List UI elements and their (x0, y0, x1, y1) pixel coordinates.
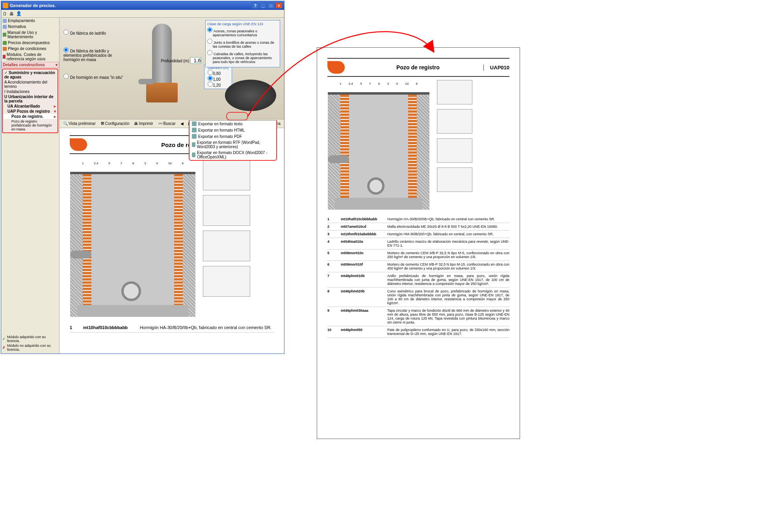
new-icon[interactable]: 🗋 (3, 11, 7, 16)
app-icon (3, 3, 8, 8)
table-row: 10mt46phm050Pate de polipropileno confor… (327, 326, 509, 338)
mini-toolbar: 🗋 🖶 👤 (1, 10, 284, 18)
sidebar-item-modulos[interactable]: Módulos. Costes de referencia según usos (1, 52, 59, 62)
materials-list-app: 1 mt10haf010cbbbbabb Hormigón HA-30/B/20… (70, 323, 274, 333)
diameter-group: Diámetro (m) 0,80 1,00 1,20 (204, 64, 232, 89)
titlebar: Generador de precios. ? _ □ × (1, 1, 284, 10)
nav-prev[interactable]: ◀ (178, 121, 186, 126)
load-class-group: Clase de carga según UNE-EN 124 Aceras, … (205, 20, 280, 67)
tree-ua[interactable]: UA Alcantarillado▸ (4, 104, 57, 109)
table-row: 4mt04lma010aLadrillo cerámico macizo de … (327, 238, 509, 249)
export-docx[interactable]: Exportar en formato DOCX (Word2007 - Off… (190, 150, 276, 160)
detail-4 (203, 266, 250, 297)
user-icon[interactable]: 👤 (16, 11, 22, 16)
sidebar-section-detalles[interactable]: Detalles constructivos ▾ (1, 62, 59, 68)
doc-title-export: Pozo de registro (353, 64, 483, 71)
sidebar: Emplazamiento Normativa Manual de Uso y … (1, 18, 59, 353)
section-drawing-export: 12,457839106 (327, 80, 430, 210)
opt-insitu[interactable]: De hormigón en masa "in situ" (63, 74, 126, 80)
preview-button[interactable]: 🔍 Vista preliminar (61, 121, 98, 126)
doc-header-export: Pozo de registro UAP010 (327, 58, 509, 77)
tree-a[interactable]: A Acondicionamiento del terreno (4, 80, 57, 89)
material-options: De fábrica de ladrillo De fábrica de lad… (63, 30, 126, 91)
close-button[interactable]: × (275, 2, 282, 9)
table-row: 2mt07ame010cdMalla electrosoldada ME 20x… (327, 223, 509, 231)
config-pane: De fábrica de ladrillo De fábrica de lad… (59, 18, 284, 119)
materials-list-export: 1mt10haf010cbbbbabbHormigón HA-30/B/20/I… (327, 216, 509, 338)
sidebar-item-normativa[interactable]: Normativa (1, 24, 59, 30)
export-pdf[interactable]: Exportar en formato PDF (190, 133, 276, 140)
detail-2 (437, 109, 472, 134)
export-menu: Exportar en formato texto Exportar en fo… (189, 120, 277, 161)
maximize-button[interactable]: □ (268, 2, 275, 9)
detail-column (203, 160, 250, 317)
drawing-area: 12,457839106 (70, 160, 274, 317)
cross-icon: ✗ (2, 346, 6, 350)
tree-selected[interactable]: Pozo de registro.▸ (4, 114, 57, 119)
sidebar-item-precios[interactable]: Precios descompuestos (1, 40, 59, 46)
diam-120[interactable]: 1,20 (208, 82, 229, 87)
doc-code: UAP010 (483, 65, 509, 71)
search-button[interactable]: 👓 Buscar (156, 121, 178, 126)
table-row: 6mt09mor010fMortero de cemento CEM II/B-… (327, 261, 509, 272)
logo-icon (70, 138, 87, 151)
tree-i[interactable]: I Instalaciones (4, 89, 57, 94)
print-button[interactable]: 🖶 Imprimir (132, 121, 155, 126)
manhole-cover-image (225, 80, 276, 111)
detail-1 (203, 160, 250, 190)
load-opt-1[interactable]: Aceras, zonas peatonales o aparcamientos… (207, 27, 278, 37)
help-button[interactable]: ? (252, 2, 259, 9)
tree-sub-item[interactable]: Pozo de registro prefabricado de hormigó… (4, 119, 57, 132)
doc-view: Pozo de registro 12,457839106 (59, 128, 284, 353)
tree-u[interactable]: U Urbanización interior de la parcela (4, 94, 57, 104)
tree-uap[interactable]: UAP Pozos de registro▾ (4, 109, 57, 114)
exported-document: Pozo de registro UAP010 12,457839106 1mt… (317, 47, 520, 439)
logo-icon (327, 61, 345, 74)
diam-080[interactable]: 0,80 (208, 70, 229, 76)
opt-mixto[interactable]: De fábrica de ladrillo y elementos prefa… (63, 47, 126, 62)
table-row: 1 mt10haf010cbbbbabb Hormigón HA-30/B/20… (70, 323, 274, 333)
depth-input[interactable] (190, 57, 201, 64)
detail-3 (437, 138, 472, 163)
table-row: 8mt46phm020bCono asimétrico para brocal … (327, 288, 509, 307)
well-3d-image (138, 22, 186, 108)
config-button[interactable]: 🛠 Configuración (98, 121, 132, 126)
print-icon[interactable]: 🖶 (9, 11, 14, 16)
table-row: 9mt46phm030aaaTapa circular y marco de f… (327, 307, 509, 326)
app-window: Generador de precios. ? _ □ × 🗋 🖶 👤 Empl… (1, 1, 284, 354)
load-opt-3[interactable]: Calzadas de calles, incluyendo las peato… (207, 50, 278, 64)
opt-ladrillo[interactable]: De fábrica de ladrillo (63, 30, 126, 35)
export-rtf[interactable]: Exportar en formato RTF (WordPad, Word20… (190, 140, 276, 150)
export-txt[interactable]: Exportar en formato texto (190, 121, 276, 127)
detail-2 (203, 195, 250, 226)
highlight-export (226, 112, 248, 121)
tree-root[interactable]: ✓Suministro y evacuación de aguas (4, 70, 57, 80)
sidebar-item-emplazamiento[interactable]: Emplazamiento (1, 18, 59, 24)
tree-box: ✓Suministro y evacuación de aguas A Acon… (2, 69, 58, 133)
load-opt-2[interactable]: Junto a bordillos de aceras o zonas de l… (207, 39, 278, 48)
table-row: 1mt10haf010cbbbbabbHormigón HA-30/B/20/I… (327, 216, 509, 223)
drawing-area-export: 12,457839106 (327, 80, 509, 210)
detail-3 (203, 231, 250, 261)
export-html[interactable]: Exportar en formato HTML (190, 127, 276, 133)
sidebar-item-pliego[interactable]: Pliego de condiciones (1, 46, 59, 52)
sidebar-item-manual[interactable]: Manual de Uso y Mantenimiento (1, 30, 59, 40)
check-icon: ✓ (2, 337, 6, 341)
detail-4 (437, 167, 472, 192)
table-row: 7mt46phm010bAnillo prefabricado de hormi… (327, 272, 509, 288)
table-row: 5mt09mor010cMortero de cemento CEM II/B-… (327, 249, 509, 261)
window-title: Generador de precios. (10, 3, 56, 8)
section-drawing: 12,457839106 (70, 160, 196, 317)
minimize-button[interactable]: _ (260, 2, 267, 9)
sidebar-footer: ✓Módulo adquirido con su licencia. ✗Módu… (1, 334, 59, 353)
main-area: De fábrica de ladrillo De fábrica de lad… (59, 18, 284, 353)
table-row: 3mt10hmf010abebbbbHormigón HM-30/B/20/I+… (327, 231, 509, 238)
depth-input-group: Profundidad (m) (161, 57, 201, 64)
detail-1 (437, 80, 472, 104)
diam-100[interactable]: 1,00 (208, 76, 229, 82)
